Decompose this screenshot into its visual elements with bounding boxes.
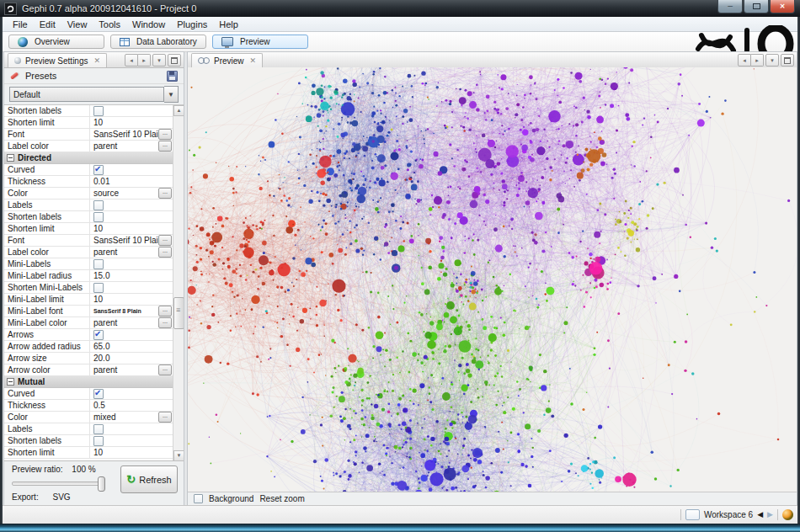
property-value[interactable]: 10	[93, 223, 173, 234]
property-value-cell: 10	[90, 447, 173, 458]
preset-selected-value: Default	[13, 90, 40, 99]
tab-preview[interactable]: Preview ✕	[191, 53, 263, 67]
tab-list-button[interactable]: ▾	[765, 54, 779, 66]
property-label: Labels	[4, 423, 90, 434]
checkbox-shorten-labels[interactable]	[93, 212, 104, 222]
maximize-button[interactable]	[744, 0, 769, 13]
preset-combobox[interactable]: Default	[9, 87, 164, 102]
property-value[interactable]: parent	[93, 317, 158, 328]
close-tab-icon[interactable]: ✕	[93, 56, 100, 65]
checkbox-arrows[interactable]	[93, 330, 104, 340]
ellipsis-button[interactable]: ...	[158, 412, 172, 423]
collapse-icon[interactable]	[7, 378, 14, 386]
close-button[interactable]: ✕	[770, 0, 795, 13]
property-value[interactable]: 20.0	[93, 353, 173, 364]
checkbox-labels[interactable]	[93, 424, 104, 434]
property-table-scrollbar[interactable]: ▲ ▼	[173, 105, 184, 461]
ellipsis-button[interactable]: ...	[158, 247, 172, 258]
preview-ratio-slider[interactable]	[12, 481, 104, 486]
minimize-button[interactable]: ─	[717, 0, 743, 13]
property-value[interactable]: SansSerif 8 Plain	[93, 306, 158, 317]
property-value[interactable]: SansSerif 10 Plain	[93, 235, 158, 246]
tab-prev-button[interactable]: ◂	[125, 54, 138, 66]
refresh-button[interactable]: ↻ Refresh	[120, 466, 178, 493]
property-value[interactable]: 10	[93, 294, 173, 305]
section-directed[interactable]: Directed	[4, 152, 173, 164]
preview-panel: Preview ✕ ◂ ▸ ▾ Background Reset zoom	[187, 51, 797, 506]
property-value[interactable]: parent	[93, 247, 158, 258]
property-value[interactable]: parent	[93, 141, 158, 152]
property-value[interactable]: SansSerif 10 Plain	[93, 129, 158, 140]
scrollbar-thumb[interactable]	[173, 297, 184, 329]
ellipsis-button[interactable]: ...	[158, 235, 172, 246]
refresh-icon: ↻	[126, 474, 136, 485]
checkbox-curved[interactable]	[93, 165, 104, 175]
property-value-cell	[90, 211, 173, 222]
panel-maximize-button[interactable]	[168, 54, 181, 66]
background-checkbox[interactable]	[194, 494, 203, 503]
menu-window[interactable]: Window	[126, 19, 171, 30]
preview-bottom-bar: Background Reset zoom	[188, 492, 797, 505]
property-value[interactable]: 10	[93, 117, 173, 128]
menu-file[interactable]: File	[7, 19, 34, 30]
property-value[interactable]: parent	[93, 364, 158, 375]
menu-edit[interactable]: Edit	[34, 19, 61, 30]
property-value-cell	[90, 200, 173, 210]
ellipsis-button[interactable]: ...	[158, 129, 172, 140]
property-value-cell	[90, 105, 173, 116]
export-caption: Export:	[12, 492, 39, 502]
panel-maximize-button[interactable]	[781, 54, 794, 66]
checkbox-shorten-labels[interactable]	[93, 106, 104, 116]
menu-help[interactable]: Help	[213, 19, 244, 30]
checkbox-curved[interactable]	[93, 389, 104, 399]
collapse-icon[interactable]	[7, 154, 14, 162]
ellipsis-button[interactable]: ...	[158, 364, 172, 375]
reset-zoom-button[interactable]: Reset zoom	[259, 494, 304, 503]
tab-list-button[interactable]: ▾	[152, 54, 166, 66]
section-mutual[interactable]: Mutual	[4, 376, 173, 388]
property-label: Arrow added radius	[4, 341, 90, 352]
preset-combobox-arrow[interactable]: ▼	[164, 86, 179, 103]
slider-handle[interactable]	[98, 476, 105, 492]
preview-graph-canvas[interactable]	[188, 67, 797, 492]
ellipsis-button[interactable]: ...	[158, 317, 172, 328]
scroll-up-icon[interactable]: ▲	[173, 105, 184, 116]
ellipsis-button[interactable]: ...	[158, 141, 172, 152]
ellipsis-button[interactable]: ...	[158, 188, 172, 199]
checkbox-labels[interactable]	[93, 200, 104, 210]
property-value[interactable]: 0.5	[93, 400, 173, 411]
export-row[interactable]: Export: SVG	[12, 492, 71, 502]
ellipsis-button[interactable]: ...	[158, 306, 172, 317]
toolbar-button-label: Preview	[240, 37, 270, 46]
property-label: Color	[4, 188, 90, 199]
property-value[interactable]: 65.0	[93, 341, 173, 352]
menu-tools[interactable]: Tools	[93, 19, 126, 30]
close-tab-icon[interactable]: ✕	[250, 56, 257, 65]
property-value-cell: 20.0	[90, 353, 173, 364]
globe-icon	[18, 37, 28, 47]
tab-next-button[interactable]: ▸	[751, 54, 764, 66]
property-row-arrow-color: Arrow colorparent...	[4, 364, 173, 376]
property-value[interactable]: 0.01	[93, 176, 173, 187]
property-value[interactable]: 15.0	[93, 270, 173, 281]
checkbox-shorten-mini-labels[interactable]	[93, 283, 104, 293]
update-center-icon[interactable]	[782, 509, 793, 520]
menu-plugins[interactable]: Plugins	[171, 19, 213, 30]
property-value[interactable]: source	[93, 188, 158, 199]
property-value[interactable]: mixed	[93, 412, 158, 423]
checkbox-shorten-labels[interactable]	[93, 436, 104, 446]
toolbar-button-data-laboratory[interactable]: Data Laboratory	[110, 35, 206, 49]
toolbar-button-overview[interactable]: Overview	[8, 35, 104, 49]
toolbar-button-preview[interactable]: Preview	[212, 35, 308, 49]
property-label: Mini-Labels	[4, 258, 90, 269]
save-preset-icon[interactable]	[167, 71, 178, 82]
checkbox-mini-labels[interactable]	[93, 259, 104, 269]
tab-prev-button[interactable]: ◂	[738, 54, 751, 66]
workspace-prev-icon[interactable]: ◀	[757, 511, 763, 519]
property-label: Label color	[4, 247, 90, 258]
property-value[interactable]: 10	[93, 447, 173, 458]
tab-next-button[interactable]: ▸	[138, 54, 151, 66]
workspace-next-icon[interactable]: ▶	[767, 511, 773, 519]
menu-view[interactable]: View	[61, 19, 93, 30]
tab-preview-settings[interactable]: Preview Settings ✕	[8, 53, 107, 67]
